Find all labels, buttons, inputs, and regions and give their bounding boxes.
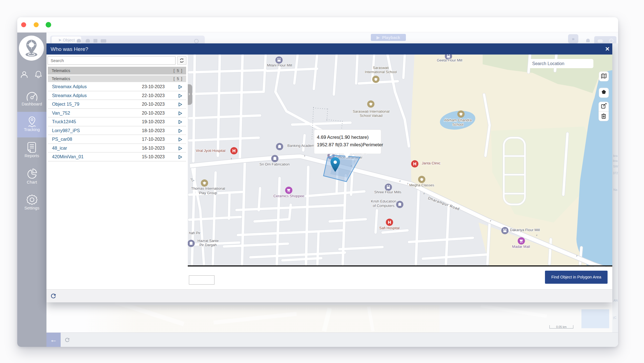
svg-text:Safi Hospital: Safi Hospital: [379, 226, 400, 230]
svg-text:Milani Flour Mill: Milani Flour Mill: [267, 63, 292, 67]
svg-text:Madar Mall: Madar Mall: [512, 245, 530, 249]
svg-text:Dakariya Flour Mill: Dakariya Flour Mill: [510, 228, 540, 232]
svg-text:Krish Education: Krish Education: [371, 199, 396, 203]
svg-text:of Computers: of Computers: [373, 204, 395, 208]
svg-text:4.69 Acres(1.90 hectare): 4.69 Acres(1.90 hectare): [317, 135, 369, 140]
svg-text:Ceramics Shoppee: Ceramics Shoppee: [273, 194, 304, 198]
svg-text:School Valsad: School Valsad: [360, 113, 383, 118]
svg-text:Megha Classes: Megha Classes: [409, 183, 434, 187]
svg-text:Banking Academy: Banking Academy: [287, 144, 317, 148]
svg-text:Saraswati International: Saraswati International: [353, 109, 389, 113]
svg-text:International School: International School: [365, 70, 397, 74]
svg-text:Search Location: Search Location: [532, 61, 564, 66]
svg-text:Thomas International: Thomas International: [191, 186, 225, 191]
svg-text:Shree Flour Mills: Shree Flour Mills: [374, 190, 401, 194]
svg-text:Sri Om Fabrication: Sri Om Fabrication: [260, 162, 290, 166]
svg-text:Saraswati: Saraswati: [373, 66, 389, 70]
svg-text:Hazrat Sante: Hazrat Sante: [198, 239, 219, 243]
svg-text:Geeta Flour Mill: Geeta Flour Mill: [437, 58, 462, 62]
svg-text:hah Pir: hah Pir: [189, 231, 201, 235]
svg-text:Janta Clinic: Janta Clinic: [422, 161, 441, 165]
svg-text:Abrham Chandra: Abrham Chandra: [444, 118, 472, 122]
svg-text:Viral Jyoti Hospital: Viral Jyoti Hospital: [196, 149, 226, 153]
svg-text:1952.87 ft(0.37 miles)Perimete: 1952.87 ft(0.37 miles)Perimeter: [317, 142, 383, 147]
svg-text:›: ›: [304, 154, 305, 158]
svg-text:Pir Dargah: Pir Dargah: [199, 243, 217, 247]
svg-text:School: School: [452, 122, 463, 127]
svg-text:Play Group: Play Group: [199, 191, 217, 195]
